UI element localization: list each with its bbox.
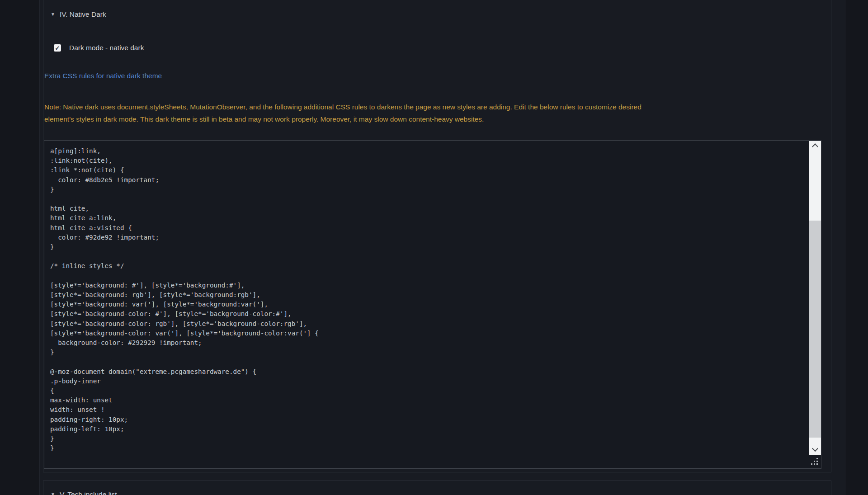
collapse-triangle-icon: ▼ [51,492,55,495]
css-rules-content: a[ping]:link, :link:not(cite), :link *:n… [50,146,319,453]
checkmark-icon: ✓ [55,45,60,51]
native-dark-checkbox[interactable]: ✓ [54,44,61,52]
section-header-tech-include[interactable]: ▼ V. Tech include list [51,490,117,495]
grip-dot [814,463,815,465]
scrollbar-down-button[interactable] [809,445,821,455]
note-line-2: element's styles in dark mode. This dark… [44,113,642,125]
section-header-divider [43,31,830,31]
note-line-1: Note: Native dark uses document.styleShe… [44,101,642,113]
grip-dot [814,461,815,462]
css-rules-textarea[interactable]: a[ping]:link, :link:not(cite), :link *:n… [44,140,821,469]
collapse-triangle-icon: ▼ [51,12,55,17]
scrollbar-thumb[interactable] [809,221,821,438]
extra-css-rules-link[interactable]: Extra CSS rules for native dark theme [44,72,162,80]
native-dark-checkbox-row[interactable]: ✓ Dark mode - native dark [54,44,144,52]
grip-dot [816,458,818,459]
scrollbar-up-button[interactable] [809,141,821,151]
section-title-native-dark: IV. Native Dark [60,10,106,19]
textarea-resize-grip[interactable] [811,458,818,465]
scrollbar-track[interactable] [809,141,821,455]
native-dark-note: Note: Native dark uses document.styleShe… [44,101,642,125]
grip-dot [816,463,818,465]
chevron-down-icon [811,445,818,452]
chevron-up-icon [811,143,818,150]
grip-dot [811,463,812,465]
native-dark-checkbox-label[interactable]: Dark mode - native dark [69,44,144,52]
section-tech-include-panel [43,481,831,495]
options-page: ▼ IV. Native Dark ✓ Dark mode - native d… [0,0,868,495]
grip-dot [816,461,818,462]
section-header-native-dark[interactable]: ▼ IV. Native Dark [51,10,106,19]
section-title-tech-include: V. Tech include list [60,490,117,495]
